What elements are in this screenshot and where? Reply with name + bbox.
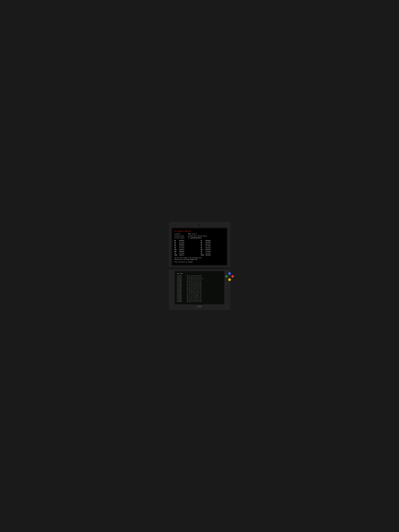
top-cameras <box>170 224 229 226</box>
reg-name: FPEXC <box>201 254 205 256</box>
hinge <box>169 267 230 270</box>
register-row: PCFFF1C85C <box>201 253 225 254</box>
bottom-screen-bezel: Stack dump: FF411CB0:1D 75 F6 04 02 00 0… <box>175 271 224 304</box>
reg-value: 00000004 <box>179 243 184 245</box>
stack-values: 1D 75 F6 04 02 00 00 00 <box>187 275 202 277</box>
reg-name: R7 <box>201 245 205 247</box>
stack-row: FF411CC8:C4 1C 41 FF 4C 5C F7 FF <box>177 279 222 281</box>
stack-address: FF411D18: <box>177 294 186 295</box>
stack-row: FF411D10:02 00 00 00 80 26 F8 1F <box>177 292 222 294</box>
reg-name: R0 <box>174 240 178 241</box>
stack-row: FF411CF0:00 00 00 00 00 00 00 00 <box>177 287 222 288</box>
dump-text1: You can find a dump in the following fil… <box>174 257 225 259</box>
bottom-half: A B X Y Stack dump: FF411CB0:1D 75 F6 04… <box>169 270 230 310</box>
stack-address: FF411CC0: <box>177 278 186 279</box>
reg-name: CPSR <box>174 254 178 256</box>
home-button-area <box>170 305 229 308</box>
left-camera <box>174 224 176 226</box>
stack-rows-container: FF411CB0:1D 75 F6 04 02 00 00 00FF411CB8… <box>177 275 222 303</box>
reg-value: FFF1C85C <box>205 253 211 254</box>
reg-name: R4 <box>174 243 178 245</box>
stack-values: 01 00 00 00 4C 5C F7 FF <box>187 290 202 291</box>
top-half: An exception occurred Processor: ARM11 (… <box>169 222 230 267</box>
reg-value: FFF7BB5C <box>205 245 211 247</box>
stack-values: C0 73 1D 08 06 00 00 00 <box>187 285 202 287</box>
stack-address: FF411CE8: <box>177 285 186 287</box>
register-row: R320070000 <box>201 242 225 243</box>
stack-values: 01 00 00 00 9C 01 F2 FF <box>187 277 202 278</box>
register-row: R400000004 <box>174 243 198 245</box>
stack-values: 04 41 0B EE 1C 60 13 EE <box>187 291 202 292</box>
reg-value: FF411CB0 <box>205 251 211 253</box>
error-title: An exception occurred <box>174 230 225 232</box>
register-row: LRFFF23D18 <box>174 253 198 254</box>
register-row: R2FFF75C68 <box>174 242 198 243</box>
stack-address: FF411D10: <box>177 292 186 294</box>
exception-line: Exception type: prefetch abort (kernel p… <box>174 235 225 237</box>
reg-name: R11 <box>201 249 205 251</box>
reg-name: R1 <box>201 240 205 241</box>
home-button[interactable] <box>197 305 202 308</box>
register-row: R504F6751D <box>201 243 225 245</box>
processor-label: Processor: <box>174 233 187 235</box>
stack-address: FF411CD8: <box>177 282 186 284</box>
bottom-screen-area: Stack dump: FF411CB0:1D 75 F6 04 02 00 0… <box>170 271 229 304</box>
stack-address: FF411D28: <box>177 297 186 298</box>
dump-text2: dumps/arm11/crash_dump_00000001.dmp <box>174 259 225 260</box>
stack-row: FF411CC0:FF 6F 00 00 A4 24 85 F9 FF <box>177 278 222 279</box>
stack-row: FF411D20:30 5C F7 FF 40 BB F7 FF <box>177 295 222 297</box>
register-row: R1100000002 <box>201 249 225 251</box>
reg-value: 00000014 <box>179 249 184 251</box>
stack-row: FF411D30:03 00 00 00 84 1D 41 FF <box>177 298 222 299</box>
stack-row: FF411CE8:C0 73 1D 08 06 00 00 00 <box>177 285 222 287</box>
register-row: FPEXC00000000 <box>201 254 225 256</box>
reg-value: 04F6751D <box>205 243 211 245</box>
stack-values: 00 00 00 00 80 E0 D4 EE <box>187 284 202 285</box>
abxy-buttons: A B X Y <box>225 272 234 281</box>
stack-row: FF411D28:80 27 F8 1F 20 D0 F7 FF <box>177 297 222 298</box>
mic-label: MIC <box>227 308 228 309</box>
reg-value: 00000000 <box>179 240 184 241</box>
exception-value: prefetch abort (kernel panic) <box>188 235 207 237</box>
process-value: fs (0000000000000000) <box>188 237 202 239</box>
stack-address: FF411CE0: <box>177 284 186 285</box>
reg-value: 084CB128 <box>205 247 211 249</box>
y-button[interactable]: Y <box>225 275 228 278</box>
processor-line: Processor: ARM11 (core 1) <box>174 233 225 235</box>
register-row: SPFF411CB0 <box>201 251 225 253</box>
stack-row: FF411D18:4C 5C F7 FF 5C BB F7 FF <box>177 294 222 295</box>
reg-name: PC <box>201 253 205 254</box>
reg-name: R12 <box>174 251 178 253</box>
reg-name: R5 <box>201 243 205 245</box>
stack-title: Stack dump: <box>177 273 222 274</box>
bottom-screen: Stack dump: FF411CB0:1D 75 F6 04 02 00 0… <box>175 272 224 304</box>
stack-row: FF411CB8:01 00 00 00 9C 01 F2 FF <box>177 277 222 278</box>
reg-value: FFF75C4C <box>179 247 184 249</box>
reg-name: R9 <box>201 247 205 249</box>
reg-name: R6 <box>174 245 178 247</box>
stack-values: C4 1C 41 FF 4C 5C F7 FF <box>187 279 202 281</box>
b-button[interactable]: B <box>228 278 231 281</box>
stack-address: FF411D30: <box>177 298 186 299</box>
reg-value: 1FF82690 <box>179 245 184 247</box>
registers-grid: R000000000R100000000R2FFF75C68R320070000… <box>174 240 225 256</box>
reg-value: 20070000 <box>205 242 211 243</box>
stack-values: FF 6F 00 00 A4 24 85 F9 FF <box>187 278 203 279</box>
register-row: R1000000014 <box>174 249 198 251</box>
register-row: R7FFF7BB5C <box>201 245 225 247</box>
stack-address: FF411CF0: <box>177 287 186 288</box>
x-button[interactable]: X <box>228 272 231 275</box>
reg-name: SP <box>201 251 205 253</box>
stack-values: 80 E0 D4 EE 00 00 00 00 <box>187 300 202 301</box>
register-row: R9084CB128 <box>201 247 225 249</box>
stack-address: FF411D40: <box>177 301 186 303</box>
process-label: Current process: <box>174 237 187 239</box>
a-button[interactable]: A <box>231 275 234 278</box>
stack-row: FF411D38:80 E0 D4 EE 00 00 00 00 <box>177 300 222 301</box>
stack-row: FF411CE0:00 00 00 00 80 E0 D4 EE <box>177 284 222 285</box>
press-message: Press any button to shutdown <box>174 261 225 263</box>
stack-address: FF411CB0: <box>177 275 186 277</box>
stack-values: 02 00 00 00 80 26 F8 1F <box>187 292 202 294</box>
stack-row: FF411CD0:00 00 00 00 18 1D 41 FF <box>177 281 222 282</box>
stack-row: FF411CF8:00 00 00 00 00 10 00 00 <box>177 288 222 290</box>
